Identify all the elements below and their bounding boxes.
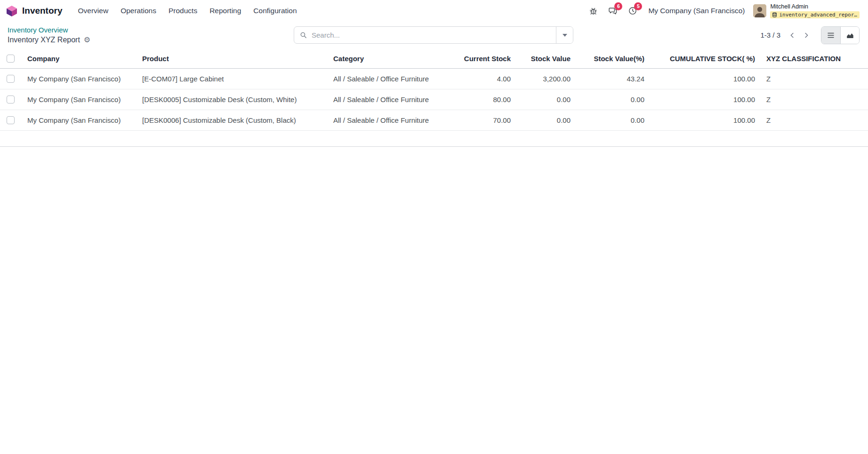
app-switcher-button[interactable]: Inventory [6, 5, 63, 17]
column-header-stock-value[interactable]: Stock Value [516, 49, 576, 68]
activities-badge: 5 [634, 2, 642, 10]
main-nav: Overview Operations Products Reporting C… [72, 3, 303, 18]
cell-stock-value[interactable]: 3,200.00 [516, 68, 576, 89]
activities-button[interactable]: 5 [625, 3, 641, 19]
avatar [753, 4, 766, 17]
report-table: Company Product Category Current Stock S… [0, 49, 868, 131]
cell-stock-value-pct[interactable]: 43.24 [576, 68, 650, 89]
topbar: Inventory Overview Operations Products R… [0, 0, 868, 22]
search-bar [294, 26, 573, 44]
cell-xyz-classification[interactable]: Z [761, 89, 868, 110]
menu-operations[interactable]: Operations [114, 3, 162, 18]
list-footer [0, 131, 868, 147]
pager-next-button[interactable] [799, 28, 813, 43]
user-name: Mitchell Admin [770, 3, 808, 10]
cell-cumulative-stock-pct[interactable]: 100.00 [650, 89, 761, 110]
cell-stock-value[interactable]: 0.00 [516, 110, 576, 130]
cell-company[interactable]: My Company (San Francisco) [22, 110, 137, 130]
menu-reporting[interactable]: Reporting [203, 3, 247, 18]
pager-area: 1-3 / 3 [573, 26, 860, 44]
cell-current-stock[interactable]: 4.00 [455, 68, 516, 89]
bug-icon [589, 7, 598, 16]
search-options-toggle[interactable] [556, 27, 573, 43]
user-menu[interactable]: Mitchell Admin inventory_advanced_repor… [753, 3, 861, 18]
area-chart-icon [846, 31, 854, 40]
table-header-row: Company Product Category Current Stock S… [0, 49, 868, 68]
cell-current-stock[interactable]: 80.00 [455, 89, 516, 110]
cell-xyz-classification[interactable]: Z [761, 110, 868, 130]
cell-xyz-classification[interactable]: Z [761, 68, 868, 89]
menu-products[interactable]: Products [162, 3, 203, 18]
app-name: Inventory [22, 6, 63, 16]
cell-company[interactable]: My Company (San Francisco) [22, 68, 137, 89]
list-view-icon [827, 31, 835, 40]
database-icon [772, 12, 777, 17]
breadcrumb: Inventory Overview Inventory XYZ Report … [8, 26, 294, 44]
cell-product[interactable]: [E-COM07] Large Cabinet [137, 68, 328, 89]
inventory-app-icon [6, 5, 18, 17]
table-row[interactable]: My Company (San Francisco) [DESK0006] Cu… [0, 110, 868, 130]
database-chip: inventory_advanced_repor… [770, 11, 860, 18]
database-label: inventory_advanced_repor… [779, 12, 857, 18]
cell-stock-value-pct[interactable]: 0.00 [576, 110, 650, 130]
messages-button[interactable]: 6 [605, 3, 621, 19]
view-switcher [821, 26, 860, 44]
cell-product[interactable]: [DESK0006] Customizable Desk (Custom, Bl… [137, 110, 328, 130]
menu-configuration[interactable]: Configuration [247, 3, 303, 18]
column-header-stock-value-pct[interactable]: Stock Value(%) [576, 49, 650, 68]
chevron-down-icon [563, 34, 567, 37]
row-checkbox[interactable] [7, 96, 15, 104]
cell-cumulative-stock-pct[interactable]: 100.00 [650, 110, 761, 130]
pager-value[interactable]: 1-3 / 3 [760, 31, 780, 39]
search-icon [299, 31, 307, 39]
control-panel: Inventory Overview Inventory XYZ Report … [0, 22, 868, 49]
search-input[interactable] [312, 31, 551, 39]
column-header-product[interactable]: Product [137, 49, 328, 68]
column-header-company[interactable]: Company [22, 49, 137, 68]
table-row[interactable]: My Company (San Francisco) [DESK0005] Cu… [0, 89, 868, 110]
column-header-xyz-classification[interactable]: XYZ CLASSIFICATION [761, 49, 868, 68]
cell-product[interactable]: [DESK0005] Customizable Desk (Custom, Wh… [137, 89, 328, 110]
column-header-current-stock[interactable]: Current Stock [455, 49, 516, 68]
topbar-right: 6 5 My Company (San Francisco) Mitch [585, 3, 861, 19]
gear-icon[interactable]: ⚙ [84, 36, 90, 44]
cell-category[interactable]: All / Saleable / Office Furniture [328, 89, 455, 110]
cell-current-stock[interactable]: 70.00 [455, 110, 516, 130]
graph-view-button[interactable] [840, 27, 859, 44]
cell-category[interactable]: All / Saleable / Office Furniture [328, 68, 455, 89]
cell-category[interactable]: All / Saleable / Office Furniture [328, 110, 455, 130]
select-all-checkbox[interactable] [7, 55, 15, 63]
page-title: Inventory XYZ Report [8, 36, 80, 44]
column-header-category[interactable]: Category [328, 49, 455, 68]
pager-previous-button[interactable] [785, 28, 799, 43]
row-checkbox[interactable] [7, 75, 15, 83]
debug-button[interactable] [585, 3, 601, 19]
company-switcher[interactable]: My Company (San Francisco) [644, 7, 749, 15]
user-meta: Mitchell Admin inventory_advanced_repor… [770, 3, 860, 18]
cell-company[interactable]: My Company (San Francisco) [22, 89, 137, 110]
table-row[interactable]: My Company (San Francisco) [E-COM07] Lar… [0, 68, 868, 89]
messages-badge: 6 [614, 2, 622, 10]
cell-stock-value[interactable]: 0.00 [516, 89, 576, 110]
cell-stock-value-pct[interactable]: 0.00 [576, 89, 650, 110]
row-checkbox[interactable] [7, 116, 15, 124]
cell-cumulative-stock-pct[interactable]: 100.00 [650, 68, 761, 89]
breadcrumb-link-inventory-overview[interactable]: Inventory Overview [8, 26, 68, 34]
list-view-button[interactable] [821, 27, 840, 44]
column-header-cumulative-stock-pct[interactable]: CUMULATIVE STOCK( %) [650, 49, 761, 68]
menu-overview[interactable]: Overview [72, 3, 115, 18]
